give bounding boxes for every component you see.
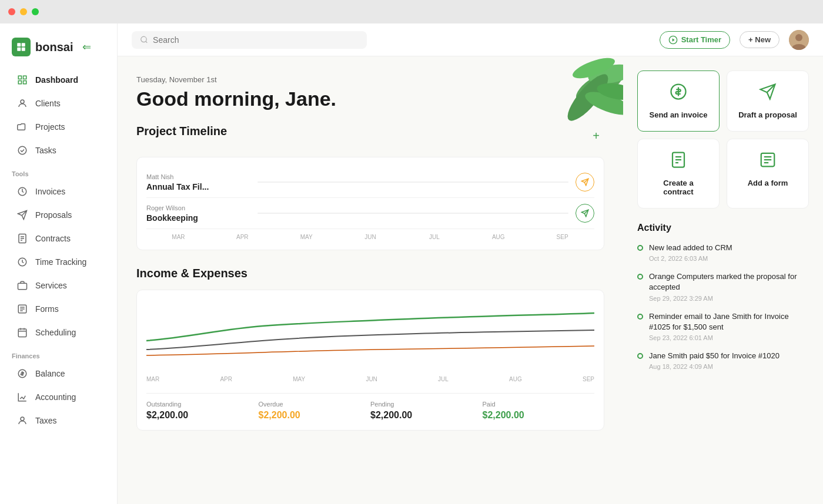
- quick-action-create-contract[interactable]: Create a contract: [637, 139, 720, 209]
- send-icon: [16, 209, 28, 221]
- sidebar-item-contracts[interactable]: Contracts: [5, 227, 112, 250]
- sidebar-item-projects[interactable]: Projects: [5, 116, 112, 138]
- sidebar-logo: bonsai ⇐: [0, 33, 117, 68]
- play-icon: [668, 35, 678, 45]
- timeline-person-1: Matt Nish: [146, 173, 250, 180]
- sidebar-item-invoices[interactable]: Invoices: [5, 180, 112, 203]
- activity-text-3: Reminder email to Jane Smith for Invoice…: [649, 311, 809, 332]
- svg-point-8: [21, 100, 24, 103]
- activity-dot-4: [637, 353, 643, 359]
- app-container: bonsai ⇐ Dashboard C: [0, 23, 823, 504]
- timeline-box: Matt Nish Annual Tax Fil...: [136, 157, 604, 250]
- sidebar-label-accounting: Accounting: [35, 392, 76, 402]
- activity-text-1: New lead added to CRM: [649, 243, 809, 253]
- sidebar-navigation: Dashboard Clients Projects: [0, 68, 117, 495]
- activity-content-1: New lead added to CRM Oct 2, 2022 6:03 A…: [649, 243, 809, 262]
- activity-content-3: Reminder email to Jane Smith for Invoice…: [649, 311, 809, 341]
- quick-action-add-form[interactable]: Add a form: [727, 139, 809, 209]
- sidebar-label-invoices: Invoices: [35, 187, 65, 196]
- timeline-section-header: Project Timeline +: [136, 125, 604, 147]
- sidebar-label-contracts: Contracts: [35, 234, 71, 243]
- start-timer-button[interactable]: Start Timer: [660, 31, 730, 49]
- sidebar-label-tasks: Tasks: [35, 146, 56, 155]
- content-header: Tuesday, November 1st Good morning, Jane…: [136, 75, 604, 110]
- avatar[interactable]: [789, 30, 809, 50]
- activity-item: Reminder email to Jane Smith for Invoice…: [637, 311, 809, 341]
- sidebar-item-dashboard[interactable]: Dashboard: [5, 69, 112, 91]
- activity-time-1: Oct 2, 2022 6:03 AM: [649, 255, 809, 262]
- topbar: Start Timer + New: [118, 23, 823, 56]
- sidebar-item-services[interactable]: Services: [5, 274, 112, 297]
- project-timeline-section: Project Timeline + Matt Nish Annual Tax …: [136, 125, 604, 250]
- chart-container: MAR APR MAY JUN JUL AUG SEP Outstanding …: [136, 290, 604, 431]
- sidebar-item-clients[interactable]: Clients: [5, 92, 112, 115]
- activity-title: Activity: [637, 223, 809, 233]
- x-label-mar: MAR: [146, 376, 159, 382]
- sidebar-item-taxes[interactable]: Taxes: [5, 409, 112, 432]
- chart-stats: Outstanding $2,200.00 Overdue $2,200.00 …: [146, 393, 594, 421]
- sidebar-item-balance[interactable]: Balance: [5, 362, 112, 385]
- sidebar-item-proposals[interactable]: Proposals: [5, 204, 112, 226]
- svg-rect-21: [18, 329, 26, 337]
- month-jun: JUN: [339, 234, 403, 240]
- svg-rect-1: [22, 43, 25, 46]
- logo-text: bonsai: [35, 41, 73, 54]
- activity-content-4: Jane Smith paid $50 for Invoice #1020 Au…: [649, 351, 809, 370]
- sidebar-item-accounting[interactable]: Accounting: [5, 386, 112, 408]
- timeline-info-1: Matt Nish Annual Tax Fil...: [146, 173, 250, 191]
- main-content: Tuesday, November 1st Good morning, Jane…: [118, 56, 823, 504]
- activity-text-2: Orange Computers marked the proposal for…: [649, 271, 809, 293]
- svg-rect-16: [18, 283, 27, 290]
- search-icon: [140, 35, 148, 44]
- minimize-button[interactable]: [20, 8, 27, 15]
- draft-proposal-label: Draft a proposal: [738, 110, 797, 119]
- month-sep: SEP: [530, 234, 594, 240]
- sidebar-item-tasks[interactable]: Tasks: [5, 139, 112, 162]
- sidebar-item-time-tracking[interactable]: Time Tracking: [5, 251, 112, 273]
- search-container: [132, 31, 367, 49]
- timeline-row: Roger Wilson Bookkeeping: [146, 198, 594, 229]
- new-button[interactable]: + New: [740, 31, 779, 48]
- title-bar: [0, 0, 823, 23]
- timeline-title: Project Timeline: [136, 125, 227, 138]
- close-button[interactable]: [8, 8, 15, 15]
- chart-icon: [16, 391, 28, 403]
- maximize-button[interactable]: [32, 8, 39, 15]
- stat-overdue-value: $2,200.00: [259, 410, 371, 421]
- search-input[interactable]: [153, 35, 359, 45]
- activity-item: Jane Smith paid $50 for Invoice #1020 Au…: [637, 351, 809, 370]
- chart-x-labels: MAR APR MAY JUN JUL AUG SEP: [146, 372, 594, 386]
- quick-action-send-invoice[interactable]: Send an invoice: [637, 70, 720, 132]
- activity-item: Orange Computers marked the proposal for…: [637, 271, 809, 301]
- month-apr: APR: [210, 234, 275, 240]
- sidebar-item-scheduling[interactable]: Scheduling: [5, 321, 112, 344]
- create-contract-label: Create a contract: [647, 179, 710, 196]
- svg-rect-7: [24, 81, 26, 84]
- send-invoice-label: Send an invoice: [650, 110, 708, 119]
- svg-rect-4: [18, 76, 21, 79]
- coin-icon: [16, 368, 28, 379]
- sidebar-toggle[interactable]: ⇐: [82, 41, 91, 53]
- stat-outstanding-label: Outstanding: [146, 401, 259, 408]
- sidebar-item-forms[interactable]: Forms: [5, 298, 112, 320]
- activity-section: Activity New lead added to CRM Oct 2, 20…: [637, 223, 809, 370]
- timeline-row: Matt Nish Annual Tax Fil...: [146, 167, 594, 198]
- sidebar-label-dashboard: Dashboard: [35, 75, 78, 85]
- sidebar-label-taxes: Taxes: [35, 416, 57, 425]
- sidebar: bonsai ⇐ Dashboard C: [0, 23, 118, 504]
- quick-action-draft-proposal[interactable]: Draft a proposal: [727, 70, 809, 132]
- sidebar-label-proposals: Proposals: [35, 210, 72, 220]
- calendar-icon: [16, 327, 28, 338]
- briefcase-icon: [16, 280, 28, 291]
- topbar-right: Start Timer + New: [660, 30, 809, 50]
- timeline-add-button[interactable]: +: [588, 128, 604, 145]
- stat-outstanding-value: $2,200.00: [146, 410, 259, 421]
- svg-rect-6: [18, 81, 21, 84]
- activity-time-4: Aug 18, 2022 4:09 AM: [649, 363, 809, 370]
- svg-point-27: [141, 36, 146, 42]
- timeline-months: MAR APR MAY JUN JUL AUG SEP: [146, 229, 594, 240]
- traffic-lights: [8, 8, 39, 15]
- sidebar-label-services: Services: [35, 281, 67, 290]
- stat-overdue-label: Overdue: [259, 401, 371, 408]
- timeline-project-2: Bookkeeping: [146, 213, 250, 223]
